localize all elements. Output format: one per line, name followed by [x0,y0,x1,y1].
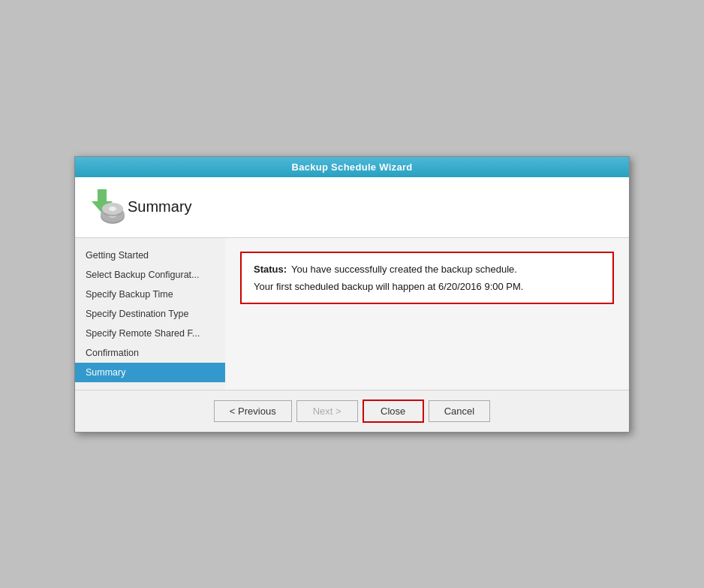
svg-point-7 [109,207,116,211]
sidebar-item-specify-backup-time[interactable]: Specify Backup Time [75,285,225,304]
sidebar-item-select-backup[interactable]: Select Backup Configurat... [75,265,225,285]
sidebar-item-confirmation[interactable]: Confirmation [75,343,225,363]
status-line-2: Your first scheduled backup will happen … [254,281,600,292]
status-label: Status: [254,264,287,275]
sidebar-item-specify-destination[interactable]: Specify Destination Type [75,304,225,324]
content-area: Getting Started Select Backup Configurat… [75,238,629,390]
status-line-1: Status: You have successfully created th… [254,264,600,275]
backup-icon [89,188,128,227]
cancel-button[interactable]: Cancel [429,400,490,422]
window-title: Backup Schedule Wizard [291,161,412,173]
sidebar: Getting Started Select Backup Configurat… [75,238,225,390]
title-bar: Backup Schedule Wizard [75,157,629,177]
previous-button[interactable]: < Previous [214,400,292,422]
header-title: Summary [128,198,192,216]
next-button[interactable]: Next > [296,400,358,422]
sidebar-item-specify-remote[interactable]: Specify Remote Shared F... [75,324,225,343]
header-area: Summary [75,177,629,238]
dialog-window: Backup Schedule Wizard [74,156,630,433]
status-text-2: Your first scheduled backup will happen … [254,281,523,292]
close-button[interactable]: Close [363,400,424,423]
sidebar-item-summary[interactable]: Summary [75,363,225,382]
footer: < Previous Next > Close Cancel [75,390,629,432]
main-content: Status: You have successfully created th… [225,238,629,390]
status-text-1: You have successfully created the backup… [291,264,517,275]
dialog-body: Summary Getting Started Select Backup Co… [75,177,629,390]
status-box: Status: You have successfully created th… [240,252,614,304]
sidebar-item-getting-started[interactable]: Getting Started [75,246,225,265]
